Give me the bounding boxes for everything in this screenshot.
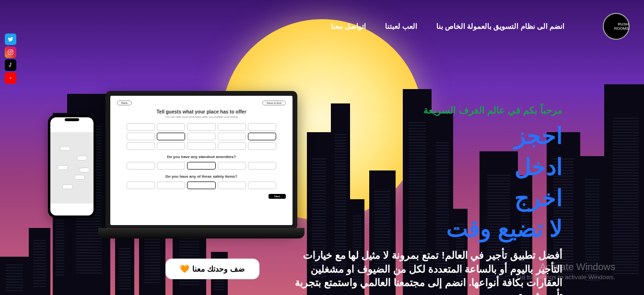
- svg-point-1: [10, 51, 12, 53]
- phone-mockup: [48, 115, 96, 218]
- laptop-subheading: You can add more amenities after you pub…: [117, 115, 286, 118]
- amenity-grid-2: [117, 162, 286, 170]
- laptop-back-button: Back: [117, 101, 132, 105]
- phone-screen: [50, 117, 94, 216]
- windows-activation-watermark: Activate Windows Go to Settings to activ…: [517, 261, 615, 281]
- laptop-save-button: Save & Exit: [262, 101, 286, 105]
- hero-line-3: اخرج: [294, 183, 562, 214]
- hero-line-4: لا تضيع وقت: [294, 214, 562, 245]
- cta-label: ضف وحدتك معنا: [192, 264, 245, 273]
- nav-contact[interactable]: اتواصل معنا: [331, 22, 366, 31]
- hero-line-2: ادخل: [294, 152, 562, 183]
- heart-icon: 🧡: [180, 264, 189, 273]
- tiktok-icon[interactable]: [5, 59, 16, 71]
- laptop-heading: Tell guests what your place has to offer: [117, 109, 286, 114]
- nav-affiliate[interactable]: انضم الى نظام التسويق بالعمولة الخاص بنا: [436, 22, 564, 31]
- laptop-mockup: Back Save & Exit Tell guests what your p…: [105, 91, 297, 230]
- svg-point-2: [12, 51, 12, 51]
- hero-line-1: احجز: [294, 121, 562, 152]
- youtube-icon[interactable]: [5, 72, 16, 84]
- hero-headline: احجز ادخل اخرج لا تضيع وقت: [294, 121, 562, 245]
- watermark-subtitle: Go to Settings to activate Windows.: [517, 273, 615, 281]
- logo[interactable]: RUSH ROOMS: [603, 13, 630, 40]
- amenity-grid-1: [117, 123, 286, 150]
- welcome-text: مرحباً بكم في عالم الغرف السريعة: [294, 104, 562, 116]
- social-sidebar: [5, 34, 16, 84]
- cta-add-unit-button[interactable]: ضف وحدتك معنا 🧡: [165, 259, 259, 279]
- nav-game[interactable]: العب لعبتنا: [385, 22, 417, 31]
- twitter-icon[interactable]: [5, 34, 16, 45]
- laptop-next-button: Next: [269, 194, 286, 199]
- instagram-icon[interactable]: [5, 46, 16, 58]
- laptop-q1: Do you have any standout amenities?: [117, 155, 286, 159]
- watermark-title: Activate Windows: [517, 261, 615, 272]
- laptop-q2: Do you have any of these safety items?: [117, 174, 286, 179]
- laptop-screen: Back Save & Exit Tell guests what your p…: [110, 96, 293, 225]
- navbar: RUSH ROOMS انضم الى نظام التسويق بالعمول…: [0, 0, 644, 53]
- amenity-grid-3: [117, 182, 286, 189]
